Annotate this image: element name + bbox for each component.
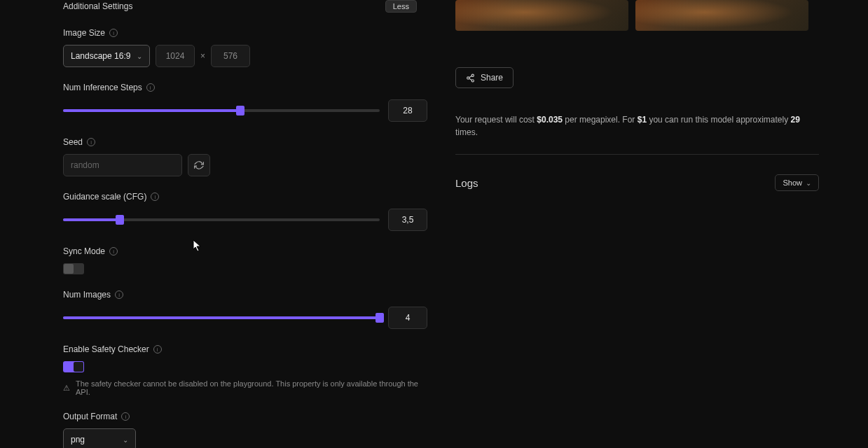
chevron-down-icon: ⌄ xyxy=(806,179,811,187)
dimension-separator: × xyxy=(200,51,205,61)
chevron-down-icon: ⌄ xyxy=(137,52,142,60)
chevron-down-icon: ⌄ xyxy=(123,436,128,444)
info-icon: i xyxy=(121,412,130,421)
height-input[interactable]: 576 xyxy=(211,45,250,67)
result-image-2[interactable] xyxy=(635,0,808,31)
info-icon: i xyxy=(153,345,162,354)
info-icon: i xyxy=(115,290,123,299)
refresh-icon xyxy=(194,160,204,170)
steps-slider[interactable] xyxy=(63,109,380,112)
image-size-label: Image Size i xyxy=(63,28,427,38)
output-format-select[interactable]: png ⌄ xyxy=(63,428,136,448)
seed-randomize-button[interactable] xyxy=(188,154,210,176)
output-format-label: Output Format i xyxy=(63,412,427,421)
info-icon: i xyxy=(151,192,159,201)
result-image-1[interactable] xyxy=(455,0,628,31)
safety-warning-text: The safety checker cannot be disabled on… xyxy=(76,379,427,396)
steps-value[interactable]: 28 xyxy=(388,99,427,122)
svg-line-3 xyxy=(469,78,472,80)
share-icon xyxy=(466,74,475,83)
info-icon: i xyxy=(87,138,95,146)
divider xyxy=(455,154,819,155)
seed-input[interactable]: random xyxy=(63,154,182,176)
info-icon: i xyxy=(146,83,155,92)
less-button[interactable]: Less xyxy=(385,0,417,13)
image-size-select[interactable]: Landscape 16:9 ⌄ xyxy=(63,45,150,67)
additional-settings-title: Additional Settings xyxy=(63,1,132,11)
safety-label: Enable Safety Checker i xyxy=(63,344,427,354)
logs-show-button[interactable]: Show ⌄ xyxy=(775,174,819,191)
svg-line-4 xyxy=(469,76,472,77)
cost-text: Your request will cost $0.035 per megapi… xyxy=(455,113,819,139)
svg-point-2 xyxy=(471,79,474,81)
steps-label: Num Inference Steps i xyxy=(63,83,427,92)
svg-point-1 xyxy=(467,76,469,78)
warning-icon: ⚠ xyxy=(63,384,70,393)
guidance-label: Guidance scale (CFG) i xyxy=(63,192,427,202)
sync-mode-toggle[interactable] xyxy=(63,263,84,274)
info-icon: i xyxy=(109,29,118,37)
num-images-slider[interactable] xyxy=(63,316,380,319)
guidance-slider[interactable] xyxy=(63,218,380,221)
seed-label: Seed i xyxy=(63,137,427,147)
safety-toggle[interactable] xyxy=(63,361,84,372)
num-images-label: Num Images i xyxy=(63,290,427,300)
svg-point-0 xyxy=(471,74,474,76)
width-input[interactable]: 1024 xyxy=(156,45,195,67)
info-icon: i xyxy=(109,247,118,255)
guidance-value[interactable]: 3,5 xyxy=(388,209,427,231)
logs-title: Logs xyxy=(455,177,478,189)
sync-mode-label: Sync Mode i xyxy=(63,246,427,256)
num-images-value[interactable]: 4 xyxy=(388,307,427,329)
share-button[interactable]: Share xyxy=(455,67,514,88)
